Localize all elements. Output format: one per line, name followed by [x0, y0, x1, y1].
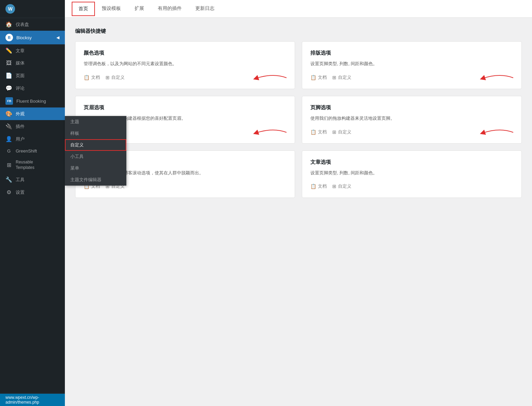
card-article-title: 文章选项: [310, 159, 513, 165]
arrow-annotation-3: [252, 126, 293, 136]
card-footer-actions: 📋 文档 ⊞ 自定义: [310, 129, 513, 135]
appearance-submenu: 主题 样板 自定义 小工具 菜单 主题文件编辑器: [65, 116, 126, 186]
sidebar-logo: W: [0, 0, 65, 18]
card-color-options-actions: 📋 文档 ⊞ 自定义: [84, 74, 286, 81]
sidebar-item-pages-label: 页面: [16, 73, 25, 79]
card-color-options: 颜色选项 管理调色板，以及为网站的不同元素设置颜色。 📋 文档 ⊞ 自定义: [75, 41, 295, 89]
users-icon: 👤: [5, 136, 12, 142]
arrow-annotation-2: [479, 71, 520, 81]
sidebar-item-appearance-label: 外观: [16, 111, 25, 117]
tab-extensions[interactable]: 扩展: [128, 1, 151, 17]
sidebar-item-settings[interactable]: ⚙ 设置: [0, 186, 65, 199]
submenu-item-theme[interactable]: 主题: [65, 116, 126, 128]
sidebar-item-comments[interactable]: 💬 评论: [0, 82, 65, 95]
sidebar-item-appearance[interactable]: 🎨 外观: [0, 107, 65, 120]
arrow-annotation-1: [252, 71, 293, 81]
status-bar: www.wpext.cn/wp-admin/themes.php: [0, 394, 65, 406]
sidebar-item-plugins-label: 插件: [16, 124, 25, 130]
card-footer-doc-link[interactable]: 📋 文档: [310, 129, 327, 135]
card-typography-doc-label: 文档: [318, 74, 327, 81]
card-footer-title: 页脚选项: [310, 104, 513, 111]
sidebar-item-tools[interactable]: 🔧 工具: [0, 173, 65, 186]
blocksy-arrow-icon: ◀: [56, 35, 59, 40]
doc-icon-2: 📋: [310, 75, 316, 80]
card-color-options-title: 颜色选项: [84, 50, 286, 56]
media-icon: 🖼: [5, 60, 12, 66]
tab-useful-plugins[interactable]: 有用的插件: [151, 1, 188, 17]
submenu-item-menus[interactable]: 菜单: [65, 162, 126, 174]
submenu-item-widgets[interactable]: 小工具: [65, 151, 126, 162]
sidebar-item-reusable-templates[interactable]: ⊞ ReusableTemplates: [0, 157, 65, 173]
sidebar-item-pages[interactable]: 📄 页面: [0, 69, 65, 82]
customize-icon-4: ⊞: [332, 129, 336, 135]
sidebar-item-blocksy-label: Blocksy: [16, 35, 32, 40]
sidebar-item-media[interactable]: 🖼 媒体: [0, 57, 65, 69]
card-footer-customize-link[interactable]: ⊞ 自定义: [332, 129, 351, 135]
sidebar-item-users[interactable]: 👤 用户: [0, 133, 65, 145]
tools-icon: 🔧: [5, 176, 12, 183]
sidebar-item-dashboard[interactable]: 🏠 仪表盘: [0, 18, 65, 31]
sidebar-item-media-label: 媒体: [16, 60, 25, 66]
sidebar-item-reusable-templates-label: ReusableTemplates: [16, 160, 34, 170]
plugins-icon: 🔌: [5, 123, 12, 130]
card-article-desc: 设置页脚类型, 列数, 间距和颜色。: [310, 170, 513, 177]
card-typography-actions: 📋 文档 ⊞ 自定义: [310, 74, 513, 81]
sidebar-item-fluent-booking[interactable]: FB Fluent Booking: [0, 95, 65, 107]
card-article-options: 文章选项 设置页脚类型, 列数, 间距和颜色。 📋 文档 ⊞ 自定义: [302, 150, 522, 198]
card-header-title: 页眉选项: [84, 104, 286, 111]
blocksy-icon: B: [5, 34, 13, 41]
sidebar: W 🏠 仪表盘 B Blocksy ◀ ✏️ 文章 🖼 媒体 📄 页面 💬 评论…: [0, 0, 65, 406]
sidebar-item-blocksy[interactable]: B Blocksy ◀: [0, 31, 65, 44]
doc-icon-4: 📋: [310, 129, 316, 135]
card-color-options-doc-label: 文档: [91, 74, 100, 81]
card-color-options-doc-link[interactable]: 📋 文档: [84, 74, 100, 81]
wp-logo-icon: W: [5, 4, 15, 14]
card-article-doc-label: 文档: [318, 183, 327, 189]
customize-icon: ⊞: [106, 75, 110, 80]
greenshift-icon: G: [5, 148, 12, 154]
submenu-item-template[interactable]: 样板: [65, 128, 126, 139]
sidebar-item-users-label: 用户: [16, 136, 25, 142]
section-title: 编辑器快捷键: [75, 28, 522, 34]
appearance-icon: 🎨: [5, 111, 12, 117]
tab-update-log[interactable]: 更新日志: [188, 1, 221, 17]
card-color-options-desc: 管理调色板，以及为网站的不同元素设置颜色。: [84, 60, 286, 68]
card-article-doc-link[interactable]: 📋 文档: [310, 183, 327, 189]
sidebar-item-comments-label: 评论: [16, 85, 25, 91]
top-navigation: 首页 预设模板 扩展 有用的插件 更新日志: [65, 0, 532, 18]
card-footer-customize-label: 自定义: [338, 129, 351, 135]
tab-home[interactable]: 首页: [72, 2, 95, 16]
card-color-options-customize-label: 自定义: [111, 74, 125, 81]
sidebar-item-posts[interactable]: ✏️ 文章: [0, 44, 65, 57]
card-typography-title: 排版选项: [310, 50, 513, 56]
sidebar-item-plugins[interactable]: 🔌 插件: [0, 120, 65, 133]
fluent-booking-icon: FB: [5, 97, 13, 105]
sidebar-item-greenshift[interactable]: G GreenShift: [0, 145, 65, 157]
card-typography-desc: 设置页脚类型, 列数, 间距和颜色。: [310, 60, 513, 68]
customize-icon-6: ⊞: [332, 184, 336, 189]
content-area: 编辑器快捷键 颜色选项 管理调色板，以及为网站的不同元素设置颜色。 📋 文档 ⊞…: [65, 18, 532, 406]
doc-icon-6: 📋: [310, 184, 316, 189]
submenu-item-customize[interactable]: 自定义: [65, 139, 126, 151]
sidebar-item-dashboard-label: 仪表盘: [16, 21, 29, 28]
comments-icon: 💬: [5, 85, 12, 91]
sidebar-item-tools-label: 工具: [16, 177, 25, 183]
card-footer-options: 页脚选项 使用我们的拖放构建器来灵活地设置页脚。 📋 文档 ⊞ 自定义: [302, 96, 522, 144]
sidebar-item-fluent-booking-label: Fluent Booking: [16, 99, 46, 104]
arrow-annotation-4: [479, 126, 520, 136]
posts-icon: ✏️: [5, 47, 12, 54]
card-article-actions: 📋 文档 ⊞ 自定义: [310, 183, 513, 189]
reusable-templates-icon: ⊞: [5, 162, 12, 168]
main-content: 首页 预设模板 扩展 有用的插件 更新日志 编辑器快捷键 颜色选项 管理调色板，…: [65, 0, 532, 406]
card-typography-customize-link[interactable]: ⊞ 自定义: [332, 74, 351, 81]
submenu-item-theme-editor[interactable]: 主题文件编辑器: [65, 174, 126, 186]
card-article-customize-label: 自定义: [338, 183, 351, 189]
card-color-options-customize-link[interactable]: ⊞ 自定义: [106, 74, 125, 81]
sidebar-item-settings-label: 设置: [16, 189, 25, 195]
card-typography-doc-link[interactable]: 📋 文档: [310, 74, 327, 81]
card-article-customize-link[interactable]: ⊞ 自定义: [332, 183, 351, 189]
doc-icon: 📋: [84, 75, 89, 80]
sidebar-item-greenshift-label: GreenShift: [16, 148, 37, 154]
card-typography-options: 排版选项 设置页脚类型, 列数, 间距和颜色。 📋 文档 ⊞ 自定义: [302, 41, 522, 89]
tab-preset-templates[interactable]: 预设模板: [95, 1, 128, 17]
